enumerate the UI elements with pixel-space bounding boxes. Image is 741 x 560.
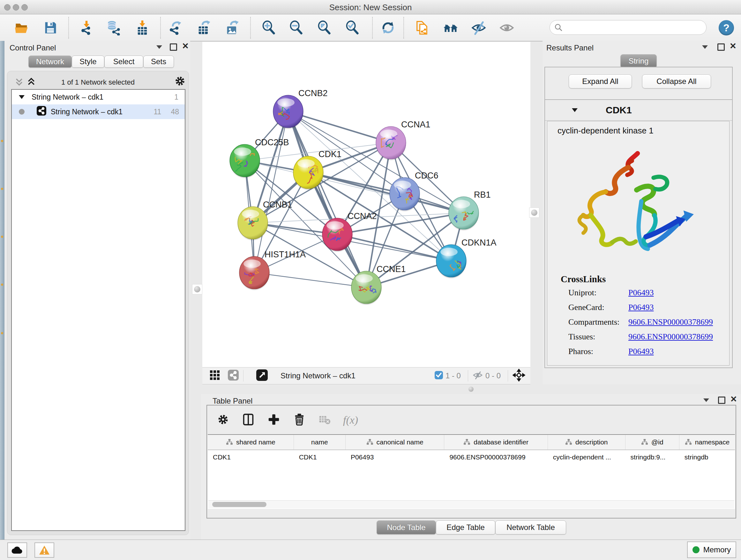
scrollbar-thumb[interactable]: [212, 502, 266, 507]
show-columns-icon[interactable]: [242, 413, 255, 428]
show-hidden-icon[interactable]: [498, 19, 515, 36]
delete-column-trash-icon[interactable]: [293, 413, 306, 428]
network-view-string-icon[interactable]: [228, 370, 239, 382]
right-splitter-handle[interactable]: [529, 207, 539, 218]
table-panel-menu-icon[interactable]: [703, 398, 709, 402]
network-node[interactable]: HIST1H1A: [239, 250, 306, 290]
help-button[interactable]: ?: [719, 20, 734, 36]
table-panel-close-icon[interactable]: ✕: [730, 396, 737, 402]
open-session-icon[interactable]: [13, 19, 30, 36]
cell-id[interactable]: stringdb:9...: [625, 450, 679, 464]
zoom-in-icon[interactable]: [260, 19, 277, 36]
pan-crosshair-icon[interactable]: [513, 369, 525, 383]
save-session-icon[interactable]: [42, 19, 59, 36]
tab-network[interactable]: Network: [28, 56, 72, 68]
crosslink-label: Compartments:: [568, 317, 619, 327]
import-table-icon[interactable]: [134, 19, 151, 36]
column-header-database-identifier[interactable]: database identifier: [444, 435, 548, 449]
results-panel-float-icon[interactable]: [718, 44, 725, 51]
export-table-icon[interactable]: [196, 19, 212, 36]
hidden-eye-icon[interactable]: [473, 370, 483, 381]
import-network-file-icon[interactable]: [78, 19, 95, 36]
cell-description[interactable]: cyclin-dependent ...: [548, 450, 625, 464]
cloud-status-button[interactable]: [7, 543, 27, 558]
collapse-all-button[interactable]: Collapse All: [642, 74, 711, 88]
show-all-nodes-icon[interactable]: [442, 19, 459, 36]
crosslink-pharos[interactable]: P06493: [628, 347, 654, 356]
cell-shared-name[interactable]: CDK1: [208, 450, 294, 464]
column-header-id[interactable]: @id: [625, 435, 679, 449]
clone-network-icon[interactable]: [414, 19, 430, 36]
network-node[interactable]: CCNB1: [238, 200, 292, 240]
network-edge[interactable]: [254, 111, 288, 273]
tab-select[interactable]: Select: [105, 56, 143, 68]
results-panel-close-icon[interactable]: ✕: [730, 43, 737, 49]
control-panel-close-icon[interactable]: ✕: [182, 43, 189, 49]
tab-sets[interactable]: Sets: [143, 56, 174, 68]
network-node[interactable]: RB1: [449, 190, 491, 231]
table-panel-float-icon[interactable]: [718, 396, 725, 404]
export-network-icon[interactable]: [167, 19, 184, 36]
cell-canonical-name[interactable]: P06493: [346, 450, 444, 464]
table-settings-gear-icon[interactable]: [217, 413, 229, 427]
cell-name[interactable]: CDK1: [294, 450, 346, 464]
cell-database-identifier[interactable]: 9606.ENSP00000378699: [444, 450, 548, 464]
hide-selected-icon[interactable]: [470, 19, 487, 36]
apply-layout-icon[interactable]: [380, 19, 396, 36]
zoom-selected-icon[interactable]: [344, 19, 360, 36]
table-panel: Table Panel ✕ f(x): [201, 394, 741, 540]
grid-view-icon[interactable]: [209, 370, 220, 382]
network-edge[interactable]: [308, 172, 464, 213]
search-input[interactable]: [562, 23, 706, 32]
tab-string[interactable]: String: [620, 54, 657, 68]
birdseye-view-icon[interactable]: [256, 369, 268, 382]
control-panel-menu-icon[interactable]: [156, 45, 162, 49]
network-node[interactable]: CCNE1: [351, 264, 406, 305]
network-canvas[interactable]: CCNB2CCNA1CDC25BCDK1CDC6RB1CCNB1CCNA2CDK…: [202, 42, 530, 367]
warnings-button[interactable]: [35, 543, 54, 558]
crosslink-label: Pharos:: [568, 347, 593, 356]
control-panel-float-icon[interactable]: [170, 44, 177, 51]
network-edge[interactable]: [288, 111, 391, 143]
tab-edge-table[interactable]: Edge Table: [436, 520, 495, 535]
memory-button[interactable]: Memory: [687, 542, 736, 558]
table-toolbar: f(x): [208, 406, 735, 434]
crosslink-compartments[interactable]: 9606.ENSP00000378699: [628, 317, 713, 327]
network-edge[interactable]: [254, 273, 366, 287]
add-column-icon[interactable]: [267, 413, 280, 428]
zoom-fit-icon[interactable]: [316, 19, 333, 36]
tab-network-table[interactable]: Network Table: [495, 520, 566, 535]
zoom-out-icon[interactable]: [288, 19, 305, 36]
current-network-name: String Network – cdk1: [280, 371, 355, 380]
column-header-name[interactable]: name: [294, 435, 346, 449]
gene-expand-icon[interactable]: [572, 108, 578, 112]
import-network-database-icon[interactable]: [105, 19, 122, 36]
expand-all-button[interactable]: Expand All: [569, 74, 632, 88]
network-edge[interactable]: [288, 111, 366, 287]
crosslink-tissues[interactable]: 9606.ENSP00000378699: [628, 332, 713, 341]
column-header-canonical-name[interactable]: canonical name: [346, 435, 445, 449]
crosslink-genecard[interactable]: P06493: [628, 303, 654, 312]
column-header-description[interactable]: description: [548, 435, 625, 449]
horizontal-splitter-handle[interactable]: [468, 387, 474, 392]
left-splitter-handle[interactable]: [192, 284, 202, 294]
collection-expand-icon[interactable]: [19, 95, 24, 99]
cell-namespace[interactable]: stringdb: [679, 450, 735, 464]
gene-section-header[interactable]: CDK1: [545, 100, 732, 121]
export-image-icon[interactable]: [224, 19, 241, 36]
table-row[interactable]: CDK1 CDK1 P06493 9606.ENSP00000378699 cy…: [208, 450, 735, 464]
column-header-namespace[interactable]: namespace: [679, 435, 735, 449]
network-row-selected[interactable]: String Network – cdk1 11 48: [12, 105, 185, 119]
crosslink-uniprot[interactable]: P06493: [628, 288, 654, 298]
tab-node-table[interactable]: Node Table: [377, 520, 436, 535]
network-node[interactable]: CDKN1A: [436, 238, 496, 278]
network-collection-row[interactable]: String Network – cdk1 1: [12, 90, 185, 105]
tab-style[interactable]: Style: [72, 56, 105, 68]
selected-checkbox-icon[interactable]: [434, 371, 443, 381]
results-panel-menu-icon[interactable]: [702, 45, 708, 49]
network-edge[interactable]: [337, 234, 451, 261]
network-options-gear-icon[interactable]: [174, 75, 186, 88]
column-header-shared-name[interactable]: shared name: [208, 435, 294, 449]
network-node[interactable]: CDK1: [293, 149, 341, 190]
table-horizontal-scrollbar[interactable]: [208, 500, 734, 508]
